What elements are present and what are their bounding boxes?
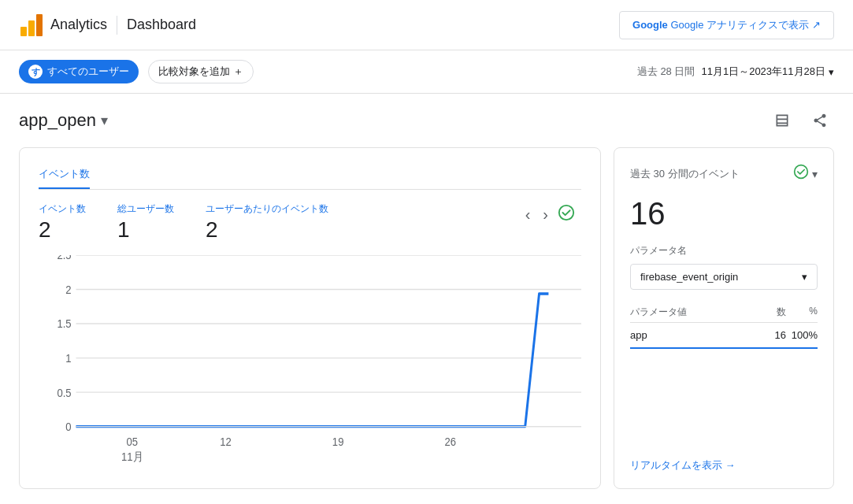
param-table-header: パラメータ値 数 %: [630, 302, 818, 323]
svg-text:05: 05: [127, 435, 139, 448]
date-range-text: 11月1日～2023年11月28日: [701, 65, 825, 79]
date-range-button[interactable]: 11月1日～2023年11月28日 ▾: [701, 65, 834, 79]
user-segment-label: すべてのユーザー: [47, 65, 129, 79]
prev-metric-button[interactable]: ‹: [522, 202, 534, 227]
table-icon: [774, 113, 790, 128]
realtime-check-icon: [793, 164, 809, 183]
realtime-count: 16: [630, 196, 818, 232]
realtime-dropdown-icon[interactable]: ▾: [812, 168, 818, 180]
svg-rect-0: [20, 27, 27, 36]
param-pct-header: %: [786, 306, 818, 319]
stat-label-2: ユーザーあたりのイベント数: [206, 202, 328, 216]
param-row-count-0: 16: [762, 329, 786, 341]
add-compare-button[interactable]: 比較対象を追加 ＋: [148, 60, 254, 83]
param-count-header: 数: [762, 306, 786, 319]
line-chart: 2.5 2 1.5 1 0.5 0 05 11月 12 19 26: [39, 255, 581, 469]
stat-value-0: 2: [39, 217, 86, 243]
svg-text:1: 1: [65, 351, 71, 365]
header-left: Analytics Dashboard: [19, 13, 196, 38]
app-title: Analytics: [50, 17, 107, 33]
param-value-header: パラメータ値: [630, 306, 762, 319]
svg-text:12: 12: [220, 435, 232, 448]
realtime-title: 過去 30 分間のイベント: [630, 167, 740, 181]
realtime-link[interactable]: リアルタイムを表示 →: [630, 458, 818, 472]
stat-label-1: 総ユーザー数: [117, 202, 174, 216]
event-actions: [768, 106, 834, 135]
stat-label-0: イベント数: [39, 202, 86, 216]
ga-link[interactable]: Google Google アナリティクスで表示 ↗: [619, 11, 834, 39]
svg-rect-1: [28, 20, 35, 36]
stat-value-2: 2: [206, 217, 328, 243]
svg-text:2.5: 2.5: [57, 255, 71, 262]
param-name-value: firebase_event_origin: [640, 271, 738, 283]
realtime-controls: ▾: [793, 164, 818, 183]
share-icon: [812, 113, 828, 128]
toolbar-left: す すべてのユーザー 比較対象を追加 ＋: [19, 60, 254, 83]
realtime-link-text: リアルタイムを表示 →: [630, 458, 736, 472]
stats-row: イベント数 2 総ユーザー数 1 ユーザーあたりのイベント数 2 ‹ ›: [39, 202, 581, 243]
date-range-arrow-icon: ▾: [829, 66, 834, 78]
page-title: Dashboard: [127, 17, 196, 33]
tab-event-count[interactable]: イベント数: [39, 167, 90, 189]
user-segment-chip[interactable]: す すべてのユーザー: [19, 60, 139, 83]
svg-text:11月: 11月: [121, 450, 143, 463]
svg-text:26: 26: [444, 435, 456, 448]
header-divider: [117, 16, 117, 35]
external-link-icon: ↗: [812, 19, 821, 31]
event-dropdown-icon: ▾: [101, 112, 108, 129]
analytics-logo-icon: [19, 13, 44, 38]
nav-arrows: ‹ ›: [522, 202, 575, 227]
right-panel: 過去 30 分間のイベント ▾ 16 パラメータ名 firebase_event…: [614, 147, 834, 489]
param-value-section: パラメータ値 数 % app 16 100%: [630, 302, 818, 349]
param-name-section: パラメータ名 firebase_event_origin ▾: [630, 244, 818, 290]
svg-point-22: [795, 165, 808, 179]
param-row-name-0: app: [630, 329, 762, 341]
stat-event-count: イベント数 2: [39, 202, 117, 243]
table-row: app 16 100%: [630, 323, 818, 349]
event-selector: app_open ▾: [0, 94, 853, 135]
svg-text:0.5: 0.5: [57, 386, 71, 399]
chart-area: 2.5 2 1.5 1 0.5 0 05 11月 12 19 26: [39, 255, 581, 469]
main-content: イベント数 イベント数 2 総ユーザー数 1 ユーザーあたりのイベント数 2 ‹: [0, 135, 853, 502]
tab-bar: イベント数: [39, 167, 581, 190]
svg-text:0: 0: [65, 420, 71, 433]
add-compare-label: 比較対象を追加 ＋: [158, 65, 243, 79]
stat-events-per-user: ユーザーあたりのイベント数 2: [206, 202, 360, 243]
status-check-icon: [558, 204, 575, 225]
table-view-button[interactable]: [768, 106, 796, 135]
realtime-header: 過去 30 分間のイベント ▾: [630, 164, 818, 183]
toolbar: す すべてのユーザー 比較対象を追加 ＋ 過去 28 日間 11月1日～2023…: [0, 50, 853, 94]
ga-link-text: Google Google アナリティクスで表示: [632, 18, 809, 32]
event-name-label: app_open: [19, 110, 96, 131]
next-metric-button[interactable]: ›: [540, 202, 551, 227]
event-name-button[interactable]: app_open ▾: [19, 110, 108, 131]
chart-panel: イベント数 イベント数 2 総ユーザー数 1 ユーザーあたりのイベント数 2 ‹: [19, 147, 601, 489]
user-avatar: す: [28, 65, 43, 79]
logo: Analytics: [19, 13, 107, 38]
svg-point-3: [559, 206, 573, 220]
param-table: パラメータ値 数 % app 16 100%: [630, 302, 818, 349]
param-name-dropdown[interactable]: firebase_event_origin ▾: [630, 264, 818, 290]
toolbar-right: 過去 28 日間 11月1日～2023年11月28日 ▾: [637, 65, 834, 79]
stat-value-1: 1: [117, 217, 174, 243]
period-label: 過去 28 日間: [637, 65, 695, 79]
svg-text:2: 2: [65, 283, 71, 296]
svg-rect-2: [36, 14, 43, 36]
param-row-pct-0: 100%: [786, 329, 818, 341]
header: Analytics Dashboard Google Google アナリティク…: [0, 0, 853, 50]
svg-text:19: 19: [332, 435, 344, 448]
stat-total-users: 総ユーザー数 1: [117, 202, 206, 243]
share-button[interactable]: [806, 106, 834, 135]
param-dropdown-arrow-icon: ▾: [802, 271, 807, 283]
svg-text:1.5: 1.5: [57, 317, 71, 331]
param-name-label: パラメータ名: [630, 244, 818, 258]
